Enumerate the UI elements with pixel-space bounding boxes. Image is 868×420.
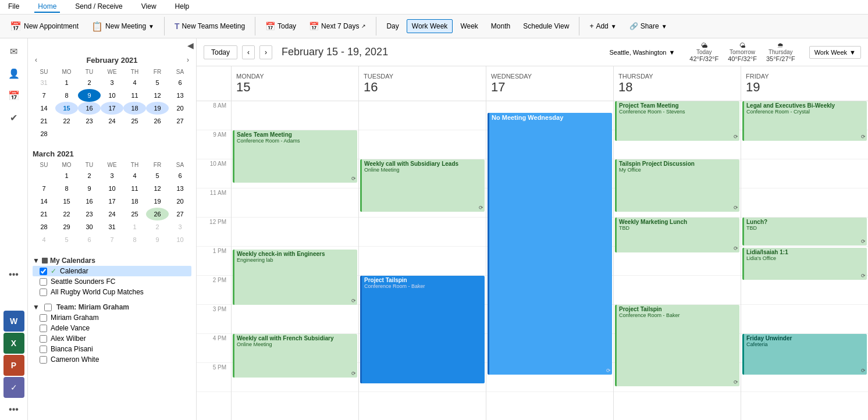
- calendar-item-rugby[interactable]: All Rugby World Cup Matches: [33, 287, 191, 297]
- calendar-item-adele-vance[interactable]: Adele Vance: [33, 323, 191, 333]
- calendar-item-calendar[interactable]: ✓ Calendar: [33, 266, 191, 276]
- mini-cal-day[interactable]: 3: [101, 76, 123, 89]
- mini-cal-day[interactable]: 31: [33, 76, 55, 89]
- my-calendars-header[interactable]: ▼ My Calendars: [33, 255, 191, 266]
- mini-cal-day[interactable]: 18: [123, 195, 146, 208]
- mini-cal-day[interactable]: 5: [55, 233, 78, 246]
- calendar-checkbox-rugby[interactable]: [40, 289, 47, 296]
- event-weekly-marketing-lunch[interactable]: Weekly Marketing Lunch TBD ⟳: [615, 218, 739, 252]
- mini-cal-day[interactable]: 9: [78, 182, 101, 195]
- mini-cal-day[interactable]: 11: [123, 182, 146, 195]
- mini-cal-day[interactable]: [33, 169, 55, 182]
- mini-cal-day[interactable]: 20: [169, 195, 191, 208]
- sidebar-collapse-button[interactable]: ◀: [187, 41, 194, 50]
- new-teams-meeting-button[interactable]: T New Teams Meeting: [169, 19, 250, 34]
- calendar-checkbox-alex-wilber[interactable]: [40, 335, 47, 343]
- event-no-meeting-wednesday[interactable]: No Meeting Wednesday ⟳: [488, 113, 612, 375]
- mini-cal-day[interactable]: 25: [123, 208, 146, 220]
- mini-cal-day[interactable]: 12: [146, 89, 169, 102]
- mini-cal-day[interactable]: 7: [33, 89, 55, 102]
- mini-cal-day[interactable]: 1: [123, 220, 146, 233]
- mini-cal-today[interactable]: 9: [78, 89, 101, 102]
- nav-word-icon[interactable]: W: [3, 311, 24, 332]
- mini-cal-day[interactable]: 9: [146, 233, 169, 246]
- mini-cal-day[interactable]: 1: [55, 76, 78, 89]
- mini-cal-day[interactable]: 2: [78, 76, 101, 89]
- mini-cal-day[interactable]: 2: [78, 169, 101, 182]
- mini-cal-day[interactable]: 4: [123, 76, 146, 89]
- mini-cal-day[interactable]: 10: [101, 182, 123, 195]
- mini-cal-day[interactable]: 29: [55, 220, 78, 233]
- mini-cal-day[interactable]: 6: [78, 233, 101, 246]
- menu-view[interactable]: View: [138, 1, 160, 13]
- event-weekly-french-subsidiary[interactable]: Weekly call with French Subsidiary Onlin…: [233, 334, 357, 378]
- mini-cal-day[interactable]: 4: [123, 169, 146, 182]
- new-appointment-button[interactable]: 📅 New Appointment: [5, 18, 84, 35]
- next-7-days-button[interactable]: 📅 Next 7 Days ↗: [304, 19, 371, 34]
- mini-cal-day[interactable]: 25: [123, 115, 146, 127]
- calendar-checkbox-adele-vance[interactable]: [40, 325, 47, 332]
- menu-help[interactable]: Help: [172, 1, 193, 13]
- week-button[interactable]: Week: [455, 19, 483, 33]
- mini-cal-day[interactable]: 8: [55, 182, 78, 195]
- event-friday-unwinder[interactable]: Friday Unwinder Cafeteria ⟳: [742, 334, 867, 375]
- team-calendars-checkbox[interactable]: [44, 304, 52, 311]
- mini-cal-day[interactable]: 27: [169, 208, 191, 220]
- work-week-button[interactable]: Work Week: [407, 19, 453, 33]
- nav-more2-icon[interactable]: •••: [3, 399, 24, 420]
- mini-cal-day[interactable]: 6: [169, 169, 191, 182]
- month-button[interactable]: Month: [486, 19, 515, 33]
- mini-cal-day[interactable]: 3: [101, 169, 123, 182]
- mini-cal-day[interactable]: 7: [33, 182, 55, 195]
- mini-cal-day[interactable]: 3: [169, 220, 191, 233]
- nav-calendar-icon[interactable]: 📅: [3, 85, 24, 106]
- day-button[interactable]: Day: [381, 19, 404, 33]
- mini-cal-day[interactable]: 7: [101, 233, 123, 246]
- mini-cal-selected-day[interactable]: 15: [55, 102, 78, 115]
- menu-send-receive[interactable]: Send / Receive: [72, 1, 126, 13]
- add-button[interactable]: + Add ▼: [584, 19, 621, 33]
- calendar-item-cameron-white[interactable]: Cameron White: [33, 354, 191, 365]
- new-meeting-button[interactable]: 📋 New Meeting ▼: [86, 18, 159, 35]
- event-project-tailspin-tue[interactable]: Project Tailspin Conference Room - Baker: [360, 276, 485, 383]
- calendar-checkbox-seattle-sounders[interactable]: [40, 278, 47, 286]
- team-calendars-header[interactable]: ▼ Team: Miriam Graham: [33, 302, 191, 312]
- event-legal-executives[interactable]: Legal and Executives Bi-Weekly Conferenc…: [742, 101, 867, 141]
- mini-cal-day[interactable]: 1: [55, 169, 78, 182]
- mini-cal-day[interactable]: 13: [169, 182, 191, 195]
- mini-cal-day[interactable]: 8: [55, 89, 78, 102]
- mini-cal-prev-button[interactable]: ‹: [33, 55, 40, 65]
- nav-todo-icon[interactable]: ✓: [3, 377, 24, 398]
- mini-cal-selected-day[interactable]: 18: [123, 102, 146, 115]
- mini-cal-day[interactable]: 2: [146, 220, 169, 233]
- event-weekly-subsidiary-leads[interactable]: Weekly call with Subsidiary Leads Online…: [360, 159, 485, 212]
- mini-cal-day[interactable]: 28: [33, 127, 55, 140]
- mini-cal-day[interactable]: 17: [101, 195, 123, 208]
- location-button[interactable]: Seattle, Washington ▼: [604, 46, 680, 59]
- event-sales-team-meeting[interactable]: Sales Team Meeting Conference Room - Ada…: [233, 130, 357, 183]
- menu-file[interactable]: File: [5, 1, 23, 13]
- mini-cal-day[interactable]: 14: [33, 195, 55, 208]
- schedule-view-button[interactable]: Schedule View: [518, 19, 574, 33]
- mini-cal-day[interactable]: 10: [169, 233, 191, 246]
- nav-more-icon[interactable]: •••: [3, 264, 24, 285]
- mini-cal-day[interactable]: 5: [146, 76, 169, 89]
- mini-cal-day[interactable]: 12: [146, 182, 169, 195]
- days-scroll[interactable]: Sales Team Meeting Conference Room - Ada…: [232, 101, 868, 420]
- mini-cal-day[interactable]: 13: [169, 89, 191, 102]
- cal-next-button[interactable]: ›: [259, 45, 272, 59]
- calendar-item-seattle-sounders[interactable]: Seattle Sounders FC: [33, 276, 191, 287]
- mini-cal-selected-day[interactable]: 16: [78, 102, 101, 115]
- mini-cal-day[interactable]: 22: [55, 208, 78, 220]
- nav-mail-icon[interactable]: ✉: [3, 41, 24, 62]
- mini-cal-day[interactable]: 20: [169, 102, 191, 115]
- mini-cal-selected-day[interactable]: 19: [146, 102, 169, 115]
- mini-cal-day[interactable]: 15: [55, 195, 78, 208]
- event-lunch[interactable]: Lunch? TBD ⟳: [742, 218, 867, 245]
- mini-cal-day[interactable]: 24: [101, 208, 123, 220]
- mini-cal-day[interactable]: 16: [78, 195, 101, 208]
- mini-cal-day[interactable]: 28: [33, 220, 55, 233]
- mini-cal-day[interactable]: 26: [146, 208, 169, 220]
- calendar-item-miriam-graham[interactable]: Miriam Graham: [33, 312, 191, 323]
- calendar-checkbox-calendar[interactable]: [40, 268, 47, 275]
